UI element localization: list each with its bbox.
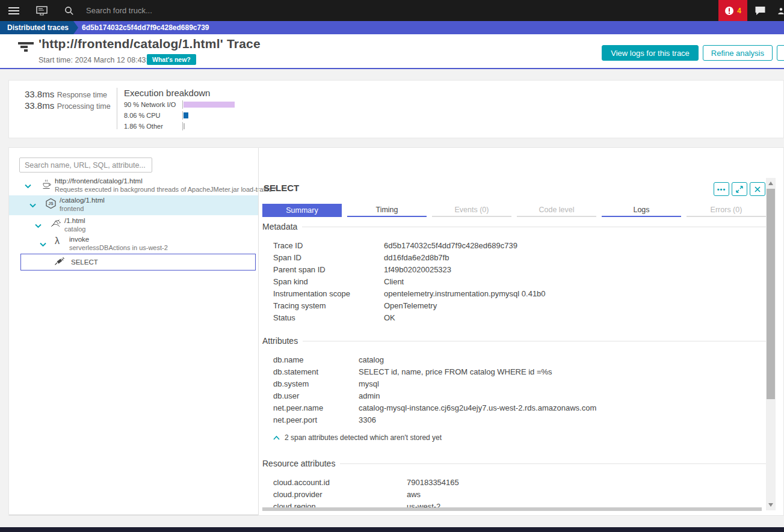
resource-row: cloud.provideraws: [262, 488, 770, 500]
field-value: SELECT id, name, price FROM catalog WHER…: [359, 367, 552, 376]
tree-row-select-statement[interactable]: SELECT: [20, 254, 256, 271]
problems-button[interactable]: 4: [718, 0, 747, 21]
breadcrumb-distributed-traces[interactable]: Distributed traces: [0, 21, 78, 34]
metadata-row: StatusOK: [262, 311, 770, 323]
field-label: cloud.account.id: [273, 478, 407, 487]
span-attributes-note[interactable]: 2 span attributes detected which aren't …: [262, 433, 770, 442]
tab-code-level[interactable]: Code level: [517, 204, 596, 217]
tab-summary[interactable]: Summary: [262, 204, 342, 217]
metadata-row: Span IDdd16fda6e2d8b7fb: [262, 251, 770, 263]
response-time-label: Response time: [57, 91, 107, 99]
breakdown-bar: [184, 123, 185, 129]
breakdown-row-network: 90 % Network I/O: [124, 101, 235, 108]
chat-icon: [755, 6, 766, 16]
aws-lambda-icon: λ: [55, 236, 60, 246]
metadata-row: Instrumentation scopeopentelemetry.instr…: [262, 287, 770, 299]
chevron-up-icon: [273, 436, 280, 440]
processing-time-value: 33.8ms: [25, 100, 54, 111]
breakdown-label: 8.06 % CPU: [124, 112, 182, 119]
response-time: 33.8ms Response time: [25, 89, 107, 100]
search-icon: [64, 6, 74, 16]
menu-button[interactable]: [0, 0, 28, 21]
attribute-row: db.systemmysql: [262, 378, 770, 390]
chat-button[interactable]: [747, 0, 773, 21]
svg-text:JS: JS: [49, 201, 54, 206]
tree-search-input[interactable]: [19, 157, 152, 173]
breakdown-row-other: 1.86 % Other: [124, 123, 185, 130]
attribute-row: net.peer.port3306: [262, 414, 770, 426]
chevron-down-icon[interactable]: [29, 200, 36, 210]
database-statement-icon: [54, 257, 65, 268]
span-subtitle: Requests executed in background threads …: [55, 185, 277, 194]
panel-close-button[interactable]: [750, 182, 765, 196]
field-value: aws: [407, 490, 421, 499]
tree-row-frontend-service[interactable]: JS /catalog/1.html frontend: [9, 195, 258, 215]
scroll-down-arrow[interactable]: [768, 503, 773, 507]
tree-row-frontend-request[interactable]: http://frontend/catalog/1.html Requests …: [9, 176, 258, 195]
page-title: 'http://frontend/catalog/1.html' Trace: [39, 37, 261, 51]
span-detail-title: SELECT: [264, 183, 299, 193]
field-label: Status: [273, 313, 384, 322]
whats-new-button[interactable]: What's new?: [147, 54, 196, 65]
span-title: http://frontend/catalog/1.html: [55, 177, 277, 185]
field-label: db.user: [273, 391, 359, 400]
vertical-scrollbar[interactable]: [766, 178, 776, 510]
processing-time-label: Processing time: [57, 102, 111, 111]
panel-expand-button[interactable]: [732, 182, 747, 196]
trace-detail-card: http://frontend/catalog/1.html Requests …: [8, 147, 784, 516]
field-label: Instrumentation scope: [273, 289, 384, 298]
window-bottom-edge: [0, 527, 784, 532]
dashboard-icon: [36, 6, 48, 16]
field-label: net.peer.name: [273, 403, 359, 412]
field-label: db.name: [273, 355, 359, 364]
close-icon: [755, 186, 761, 192]
header-more-button[interactable]: ...: [777, 45, 784, 61]
scroll-up-arrow[interactable]: [768, 182, 773, 185]
metadata-row: Span kindClient: [262, 275, 770, 287]
field-value: catalog: [359, 355, 384, 364]
field-label: Tracing system: [273, 301, 384, 310]
note-text: 2 span attributes detected which aren't …: [285, 433, 442, 442]
span-detail-pane: SELECT ••• Summary Timing Events (0) Cod…: [259, 148, 783, 515]
chevron-down-icon[interactable]: [35, 220, 42, 231]
field-label: net.peer.port: [273, 415, 359, 424]
view-logs-button[interactable]: View logs for this trace: [602, 45, 699, 61]
field-label: Parent span ID: [273, 265, 384, 274]
metadata-heading: Metadata: [262, 221, 770, 232]
breakdown-row-cpu: 8.06 % CPU: [124, 112, 188, 119]
breadcrumb-trace-id: 6d5b174032c5f4dd7f9c428ed689c739: [82, 23, 209, 32]
user-profile-button[interactable]: [773, 0, 784, 21]
summary-tab-content: Metadata Trace ID6d5b174032c5f4dd7f9c428…: [262, 221, 770, 512]
field-label: Span ID: [273, 253, 384, 262]
search-button[interactable]: [56, 0, 82, 21]
breadcrumb: Distributed traces 6d5b174032c5f4dd7f9c4…: [0, 21, 784, 34]
chevron-down-icon[interactable]: [40, 239, 46, 249]
breakdown-bar: [184, 112, 188, 118]
chevron-down-icon[interactable]: [25, 180, 31, 191]
dashboards-button[interactable]: [28, 0, 56, 21]
nodejs-icon: JS: [45, 198, 57, 212]
field-value: OK: [384, 313, 395, 322]
field-value: catalog-mysql-instance.cj6sg2u4ejy7.us-w…: [359, 403, 596, 412]
tree-row-catalog-service[interactable]: /1.html catalog: [9, 216, 258, 234]
tab-events[interactable]: Events (0): [432, 204, 511, 217]
scrollbar-thumb[interactable]: [767, 189, 775, 399]
tab-errors[interactable]: Errors (0): [687, 204, 766, 217]
span-title: SELECT: [71, 258, 98, 266]
field-label: cloud.provider: [273, 490, 407, 499]
tab-logs[interactable]: Logs: [602, 204, 681, 217]
panel-more-button[interactable]: •••: [714, 182, 729, 196]
refine-analysis-button[interactable]: Refine analysis: [703, 45, 773, 61]
attribute-row: net.peer.namecatalog-mysql-instance.cj6s…: [262, 402, 770, 414]
span-subtitle: serverlessDBActions in us-west-2: [69, 243, 168, 252]
response-time-value: 33.8ms: [25, 89, 54, 99]
horizontal-scrollbar[interactable]: [262, 507, 762, 511]
tab-timing[interactable]: Timing: [347, 204, 427, 217]
processing-time: 33.8ms Processing time: [25, 100, 111, 111]
attribute-row: db.useradmin: [262, 390, 770, 402]
resource-attributes-heading: Resource attributes: [262, 458, 770, 469]
global-search-placeholder[interactable]: Search ford truck...: [86, 6, 152, 15]
trace-icon: [18, 42, 35, 53]
tree-row-lambda-invoke[interactable]: λ invoke serverlessDBActions in us-west-…: [9, 234, 258, 253]
field-value: 6d5b174032c5f4dd7f9c428ed689c739: [384, 241, 517, 250]
